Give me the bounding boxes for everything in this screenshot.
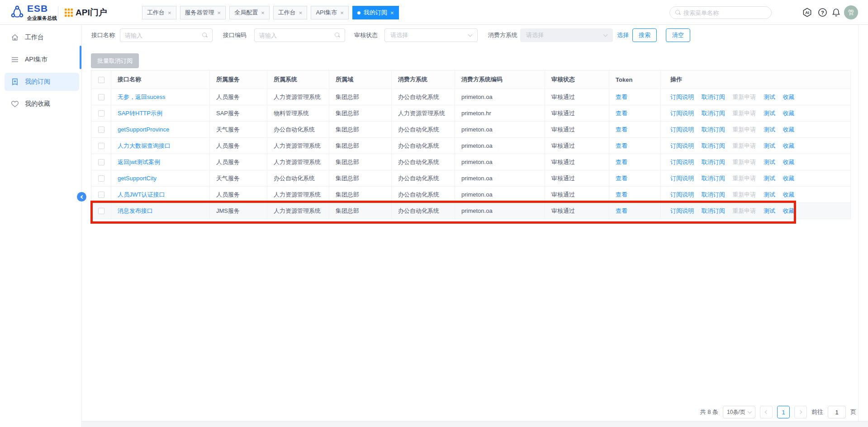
- reapply-link[interactable]: 重新申请: [732, 175, 756, 182]
- clear-button[interactable]: 清空: [666, 28, 690, 42]
- favorite-link[interactable]: 收藏: [783, 207, 795, 214]
- close-icon[interactable]: ×: [390, 10, 394, 16]
- tab-my-subscriptions[interactable]: 我的订阅 ×: [352, 6, 399, 19]
- menu-search-input[interactable]: [683, 9, 766, 16]
- user-avatar[interactable]: 管: [844, 5, 858, 19]
- subscription-info-link[interactable]: 订阅说明: [670, 126, 694, 133]
- test-link[interactable]: 测试: [764, 142, 775, 149]
- goto-page-input[interactable]: [828, 406, 846, 418]
- row-checkbox[interactable]: [98, 143, 104, 149]
- close-icon[interactable]: ×: [218, 10, 221, 16]
- unsubscribe-link[interactable]: 取消订阅: [702, 142, 725, 149]
- test-link[interactable]: 测试: [764, 191, 775, 198]
- reapply-link[interactable]: 重新申请: [732, 126, 756, 133]
- row-checkbox[interactable]: [98, 159, 104, 165]
- unsubscribe-link[interactable]: 取消订阅: [702, 159, 725, 165]
- unsubscribe-link[interactable]: 取消订阅: [702, 207, 725, 214]
- token-view-link[interactable]: 查看: [616, 207, 627, 214]
- sidebar-item-my-favorites[interactable]: 我的收藏: [5, 95, 79, 113]
- test-link[interactable]: 测试: [764, 159, 775, 165]
- unsubscribe-link[interactable]: 取消订阅: [702, 94, 725, 100]
- subscription-info-link[interactable]: 订阅说明: [670, 110, 694, 117]
- reapply-link[interactable]: 重新申请: [732, 191, 756, 198]
- token-view-link[interactable]: 查看: [616, 94, 627, 100]
- notification-bell-icon[interactable]: [831, 8, 841, 17]
- token-view-link[interactable]: 查看: [616, 142, 627, 149]
- subscription-info-link[interactable]: 订阅说明: [670, 94, 694, 100]
- collapse-sidebar-button[interactable]: [77, 192, 86, 202]
- subscription-info-link[interactable]: 订阅说明: [670, 175, 694, 182]
- unsubscribe-link[interactable]: 取消订阅: [702, 191, 725, 198]
- row-checkbox[interactable]: [98, 110, 104, 117]
- close-icon[interactable]: ×: [261, 10, 265, 16]
- interface-code-input[interactable]: [259, 32, 335, 39]
- favorite-link[interactable]: 收藏: [783, 94, 795, 100]
- favorite-link[interactable]: 收藏: [783, 159, 795, 165]
- token-view-link[interactable]: 查看: [616, 110, 627, 117]
- reapply-link[interactable]: 重新申请: [732, 207, 756, 214]
- interface-name-link[interactable]: getSupportCity: [118, 175, 157, 182]
- select-all-checkbox[interactable]: [98, 77, 104, 83]
- subscription-info-link[interactable]: 订阅说明: [670, 159, 694, 165]
- sidebar-item-workbench[interactable]: 工作台: [5, 28, 79, 47]
- close-icon[interactable]: ×: [168, 10, 171, 16]
- interface-name-link[interactable]: 消息发布接口: [118, 207, 153, 214]
- close-icon[interactable]: ×: [340, 10, 344, 16]
- favorite-link[interactable]: 收藏: [783, 126, 795, 133]
- token-view-link[interactable]: 查看: [616, 126, 627, 133]
- test-link[interactable]: 测试: [764, 126, 775, 133]
- favorite-link[interactable]: 收藏: [783, 110, 795, 117]
- consumer-system-select[interactable]: 请选择: [520, 28, 613, 42]
- favorite-link[interactable]: 收藏: [783, 142, 795, 149]
- ai-assistant-icon[interactable]: AI: [802, 8, 812, 17]
- token-view-link[interactable]: 查看: [616, 159, 627, 165]
- tab-server-management[interactable]: 服务器管理 ×: [180, 6, 226, 19]
- subscription-info-link[interactable]: 订阅说明: [670, 142, 694, 149]
- subscription-info-link[interactable]: 订阅说明: [670, 191, 694, 198]
- reapply-link[interactable]: 重新申请: [732, 110, 756, 117]
- test-link[interactable]: 测试: [764, 207, 775, 214]
- reapply-link[interactable]: 重新申请: [732, 94, 756, 100]
- token-view-link[interactable]: 查看: [616, 175, 627, 182]
- choose-link[interactable]: 选择: [617, 28, 629, 42]
- help-icon[interactable]: ?: [818, 8, 827, 17]
- unsubscribe-link[interactable]: 取消订阅: [702, 126, 725, 133]
- subscription-info-link[interactable]: 订阅说明: [670, 207, 694, 214]
- reapply-link[interactable]: 重新申请: [732, 159, 756, 165]
- test-link[interactable]: 测试: [764, 175, 775, 182]
- sidebar-item-api-market[interactable]: API集市: [5, 51, 79, 69]
- tab-global-config[interactable]: 全局配置 ×: [229, 6, 270, 19]
- row-checkbox[interactable]: [98, 94, 104, 100]
- reapply-link[interactable]: 重新申请: [732, 142, 756, 149]
- favorite-link[interactable]: 收藏: [783, 175, 795, 182]
- close-icon[interactable]: ×: [299, 10, 303, 16]
- next-page-button[interactable]: [794, 406, 807, 418]
- row-checkbox[interactable]: [98, 127, 104, 133]
- unsubscribe-link[interactable]: 取消订阅: [702, 175, 725, 182]
- tab-api-market[interactable]: API集市 ×: [311, 6, 349, 19]
- interface-name-link[interactable]: 返回jwt测试案例: [118, 159, 160, 165]
- row-checkbox[interactable]: [98, 208, 104, 214]
- tab-workbench-1[interactable]: 工作台 ×: [142, 6, 176, 19]
- search-button[interactable]: 搜索: [632, 28, 657, 42]
- interface-name-link[interactable]: 无参，返回sucess: [118, 94, 165, 100]
- interface-name-link[interactable]: 人力大数据查询接口: [118, 142, 171, 149]
- page-number-1[interactable]: 1: [777, 406, 790, 418]
- row-checkbox[interactable]: [98, 175, 104, 182]
- sidebar-scrollbar-thumb[interactable]: [80, 46, 81, 69]
- prev-page-button[interactable]: [760, 406, 773, 418]
- interface-name-input[interactable]: [125, 32, 202, 39]
- interface-name-link[interactable]: getSupportProvince: [118, 126, 169, 133]
- tab-workbench-2[interactable]: 工作台 ×: [273, 6, 308, 19]
- interface-name-link[interactable]: SAP转HTTP示例: [118, 110, 162, 117]
- sidebar-item-my-subscriptions[interactable]: 我的订阅: [5, 73, 79, 91]
- test-link[interactable]: 测试: [764, 94, 775, 100]
- row-checkbox[interactable]: [98, 192, 104, 198]
- page-size-select[interactable]: 10条/页: [723, 406, 755, 418]
- token-view-link[interactable]: 查看: [616, 191, 627, 198]
- batch-unsubscribe-button[interactable]: 批量取消订阅: [91, 53, 139, 68]
- audit-status-select[interactable]: 请选择: [384, 28, 478, 42]
- favorite-link[interactable]: 收藏: [783, 191, 795, 198]
- unsubscribe-link[interactable]: 取消订阅: [702, 110, 725, 117]
- test-link[interactable]: 测试: [764, 110, 775, 117]
